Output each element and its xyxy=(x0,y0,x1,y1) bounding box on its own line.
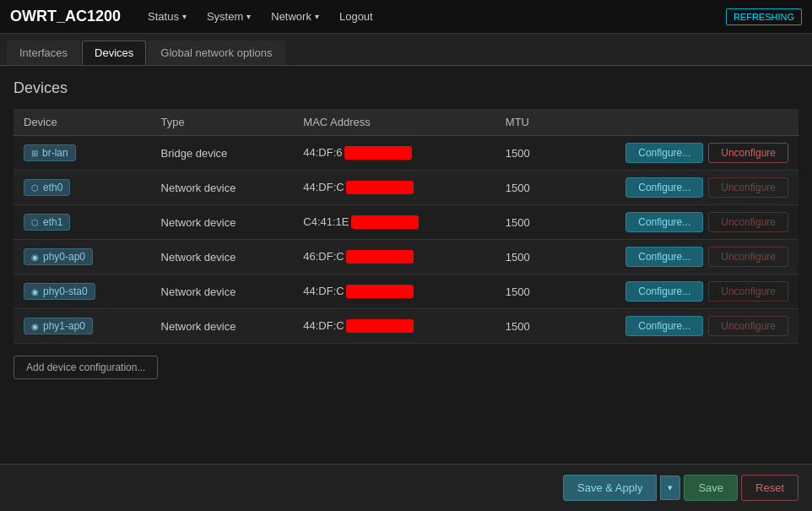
col-actions xyxy=(562,109,798,136)
mtu-cell: 1500 xyxy=(495,136,562,171)
device-type-icon: ⬡ xyxy=(31,183,39,193)
device-cell: ◉ phy0-ap0 xyxy=(14,240,151,275)
type-cell: Network device xyxy=(151,205,294,240)
device-cell: ⊞ br-lan xyxy=(14,136,151,171)
configure-button[interactable]: Configure... xyxy=(625,143,703,163)
device-type-icon: ⬡ xyxy=(31,218,39,227)
device-badge: ⊞ br-lan xyxy=(24,144,76,161)
configure-button[interactable]: Configure... xyxy=(625,281,703,302)
devices-table: Device Type MAC Address MTU ⊞ br-lan Bri… xyxy=(14,109,798,344)
save-button[interactable]: Save xyxy=(684,475,738,501)
type-cell: Bridge device xyxy=(151,136,294,171)
configure-button[interactable]: Configure... xyxy=(625,177,703,198)
add-device-button[interactable]: Add device configuration... xyxy=(14,356,158,379)
device-name: br-lan xyxy=(42,147,68,159)
unconfigure-button[interactable]: Unconfigure xyxy=(708,212,788,232)
device-name: eth1 xyxy=(43,216,62,228)
save-apply-button[interactable]: Save & Apply xyxy=(563,475,657,501)
type-cell: Network device xyxy=(151,309,294,344)
action-cell: Configure... Unconfigure xyxy=(562,171,798,205)
device-type-icon: ◉ xyxy=(31,287,39,296)
nav-system[interactable]: System ▾ xyxy=(197,3,261,30)
device-name: phy1-ap0 xyxy=(43,320,85,332)
nav-logout[interactable]: Logout xyxy=(329,3,383,30)
col-device: Device xyxy=(14,109,151,136)
mac-cell: 44:DF:C xyxy=(293,171,495,205)
mac-prefix: 44:DF:C xyxy=(303,285,344,297)
navbar: OWRT_AC1200 Status ▾ System ▾ Network ▾ … xyxy=(0,0,812,34)
mtu-cell: 1500 xyxy=(495,309,562,344)
col-mtu: MTU xyxy=(495,109,562,136)
col-mac: MAC Address xyxy=(293,109,495,136)
device-cell: ◉ phy1-ap0 xyxy=(14,309,151,344)
table-row: ⊞ br-lan Bridge device 44:DF:6 1500 Conf… xyxy=(14,136,798,171)
device-cell: ⬡ eth1 xyxy=(14,205,151,240)
device-badge: ◉ phy0-sta0 xyxy=(24,283,95,300)
footer-bar: Save & Apply ▾ Save Reset xyxy=(0,464,812,511)
action-cell: Configure... Unconfigure xyxy=(562,240,798,275)
status-dropdown-arrow: ▾ xyxy=(182,12,187,21)
tab-interfaces[interactable]: Interfaces xyxy=(7,41,80,65)
unconfigure-button[interactable]: Unconfigure xyxy=(708,143,788,163)
table-row: ◉ phy0-sta0 Network device 44:DF:C 1500 … xyxy=(14,275,798,309)
save-apply-dropdown-button[interactable]: ▾ xyxy=(660,476,680,500)
app-brand: OWRT_AC1200 xyxy=(10,8,121,25)
unconfigure-button[interactable]: Unconfigure xyxy=(708,316,788,336)
mtu-cell: 1500 xyxy=(495,205,562,240)
device-type-icon: ⊞ xyxy=(31,149,38,158)
table-header-row: Device Type MAC Address MTU xyxy=(14,109,798,136)
device-cell: ◉ phy0-sta0 xyxy=(14,275,151,309)
device-name: eth0 xyxy=(43,182,62,193)
type-cell: Network device xyxy=(151,171,294,205)
mac-prefix: 44:DF:6 xyxy=(303,146,342,159)
device-type-icon: ◉ xyxy=(31,253,39,262)
table-row: ◉ phy1-ap0 Network device 44:DF:C 1500 C… xyxy=(14,309,798,344)
col-type: Type xyxy=(151,109,294,136)
mac-cell: 44:DF:C xyxy=(293,309,495,344)
unconfigure-button[interactable]: Unconfigure xyxy=(708,177,788,198)
configure-button[interactable]: Configure... xyxy=(625,316,703,336)
mtu-cell: 1500 xyxy=(495,275,562,309)
tab-global-network-options[interactable]: Global network options xyxy=(148,41,284,65)
mac-prefix: C4:41:1E xyxy=(303,215,349,228)
mac-prefix: 46:DF:C xyxy=(303,250,344,263)
network-dropdown-arrow: ▾ xyxy=(315,12,319,21)
device-type-icon: ◉ xyxy=(31,322,39,331)
nav-status[interactable]: Status ▾ xyxy=(138,3,197,30)
mtu-cell: 1500 xyxy=(495,240,562,275)
reset-button[interactable]: Reset xyxy=(741,475,798,501)
mac-redacted xyxy=(344,146,412,160)
mac-prefix: 44:DF:C xyxy=(303,319,344,332)
section-title: Devices xyxy=(14,79,798,97)
device-badge: ◉ phy1-ap0 xyxy=(24,318,93,334)
mac-cell: C4:41:1E xyxy=(293,205,495,240)
tabs-bar: Interfaces Devices Global network option… xyxy=(0,34,812,66)
mac-redacted xyxy=(346,181,414,194)
mac-prefix: 44:DF:C xyxy=(303,181,344,193)
device-cell: ⬡ eth0 xyxy=(14,171,151,205)
table-row: ⬡ eth1 Network device C4:41:1E 1500 Conf… xyxy=(14,205,798,240)
action-cell: Configure... Unconfigure xyxy=(562,136,798,171)
device-name: phy0-ap0 xyxy=(43,251,85,263)
table-row: ⬡ eth0 Network device 44:DF:C 1500 Confi… xyxy=(14,171,798,205)
configure-button[interactable]: Configure... xyxy=(625,212,703,232)
refreshing-badge: REFRESHING xyxy=(726,8,802,25)
table-row: ◉ phy0-ap0 Network device 46:DF:C 1500 C… xyxy=(14,240,798,275)
device-badge: ⬡ eth1 xyxy=(24,214,70,231)
device-name: phy0-sta0 xyxy=(43,285,88,297)
unconfigure-button[interactable]: Unconfigure xyxy=(708,281,788,302)
type-cell: Network device xyxy=(151,275,294,309)
page-content: Devices Device Type MAC Address MTU ⊞ br… xyxy=(0,66,812,393)
mac-redacted xyxy=(346,285,414,298)
unconfigure-button[interactable]: Unconfigure xyxy=(708,247,788,267)
action-cell: Configure... Unconfigure xyxy=(562,309,798,344)
system-dropdown-arrow: ▾ xyxy=(246,12,251,21)
action-cell: Configure... Unconfigure xyxy=(562,205,798,240)
mac-redacted xyxy=(346,319,414,333)
tab-devices[interactable]: Devices xyxy=(82,41,146,65)
device-badge: ◉ phy0-ap0 xyxy=(24,248,93,265)
type-cell: Network device xyxy=(151,240,294,275)
mac-cell: 44:DF:6 xyxy=(293,136,495,171)
configure-button[interactable]: Configure... xyxy=(625,247,703,267)
nav-network[interactable]: Network ▾ xyxy=(261,3,329,30)
